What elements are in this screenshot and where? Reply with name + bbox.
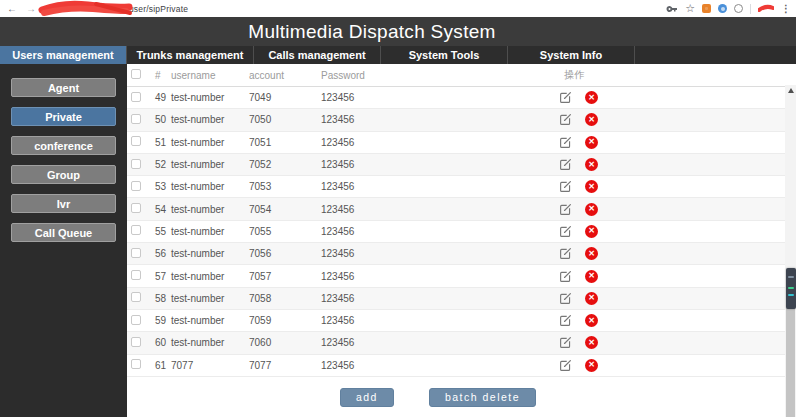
cell-account: 7055 bbox=[249, 226, 321, 237]
cell-account: 7053 bbox=[249, 181, 321, 192]
cell-id: 58 bbox=[155, 293, 171, 304]
col-header-operations: 操作 bbox=[564, 68, 796, 82]
browser-toolbar: ← → ↻ 00/#/user/sipPrivate ☆ ⋮ bbox=[0, 0, 796, 17]
delete-icon[interactable]: ✕ bbox=[585, 292, 598, 305]
cell-username: test-number bbox=[171, 181, 249, 192]
cell-id: 61 bbox=[155, 360, 171, 371]
table-header-row: # username account Password 操作 bbox=[127, 64, 796, 87]
bookmark-star-icon[interactable]: ☆ bbox=[685, 3, 695, 14]
row-checkbox[interactable] bbox=[131, 203, 141, 213]
col-header-id: # bbox=[155, 70, 171, 81]
edit-icon[interactable] bbox=[559, 270, 572, 283]
col-header-username: username bbox=[171, 70, 249, 81]
delete-icon[interactable]: ✕ bbox=[585, 314, 598, 327]
table-row: 53test-number7053123456✕ bbox=[127, 176, 796, 198]
cell-account: 7051 bbox=[249, 137, 321, 148]
key-icon[interactable] bbox=[666, 3, 678, 15]
delete-icon[interactable]: ✕ bbox=[585, 180, 598, 193]
cell-password: 123456 bbox=[321, 92, 564, 103]
delete-icon[interactable]: ✕ bbox=[585, 113, 598, 126]
extension-blue-icon[interactable] bbox=[718, 4, 727, 13]
edit-icon[interactable] bbox=[559, 136, 572, 149]
cell-password: 123456 bbox=[321, 114, 564, 125]
add-button[interactable]: add bbox=[340, 388, 394, 407]
delete-icon[interactable]: ✕ bbox=[585, 247, 598, 260]
cell-id: 50 bbox=[155, 114, 171, 125]
edit-icon[interactable] bbox=[559, 158, 572, 171]
tab-trunks-management[interactable]: Trunks management bbox=[127, 46, 254, 64]
delete-icon[interactable]: ✕ bbox=[585, 91, 598, 104]
table-row: 58test-number7058123456✕ bbox=[127, 288, 796, 310]
row-checkbox[interactable] bbox=[131, 225, 141, 235]
cell-account: 7077 bbox=[249, 360, 321, 371]
cell-username: test-number bbox=[171, 92, 249, 103]
table-row: 54test-number7054123456✕ bbox=[127, 198, 796, 220]
cell-account: 7058 bbox=[249, 293, 321, 304]
tab-users-management[interactable]: Users management bbox=[0, 46, 127, 64]
batch-delete-button[interactable]: batch delete bbox=[429, 388, 536, 407]
row-checkbox[interactable] bbox=[131, 92, 141, 102]
delete-icon[interactable]: ✕ bbox=[585, 203, 598, 216]
edit-icon[interactable] bbox=[559, 91, 572, 104]
row-checkbox[interactable] bbox=[131, 337, 141, 347]
extension-ring-icon[interactable] bbox=[734, 4, 743, 13]
delete-icon[interactable]: ✕ bbox=[585, 270, 598, 283]
forward-icon[interactable]: → bbox=[24, 3, 38, 14]
vertical-scrollbar[interactable] bbox=[785, 85, 796, 417]
table-row: 50test-number7050123456✕ bbox=[127, 109, 796, 131]
sidebar-item-call-queue[interactable]: Call Queue bbox=[11, 223, 116, 242]
select-all-checkbox[interactable] bbox=[131, 69, 141, 79]
extension-orange-icon[interactable] bbox=[702, 4, 711, 13]
cell-id: 49 bbox=[155, 92, 171, 103]
tab-calls-management[interactable]: Calls management bbox=[254, 46, 381, 64]
row-checkbox[interactable] bbox=[131, 136, 141, 146]
cell-username: test-number bbox=[171, 114, 249, 125]
browser-menu-icon[interactable]: ⋮ bbox=[781, 3, 791, 14]
edit-icon[interactable] bbox=[559, 113, 572, 126]
cell-password: 123456 bbox=[321, 159, 564, 170]
edit-icon[interactable] bbox=[559, 292, 572, 305]
edit-icon[interactable] bbox=[559, 359, 572, 372]
row-checkbox[interactable] bbox=[131, 315, 141, 325]
tab-system-info[interactable]: System Info bbox=[508, 46, 635, 64]
sidebar-item-group[interactable]: Group bbox=[11, 165, 116, 184]
tab-system-tools[interactable]: System Tools bbox=[381, 46, 508, 64]
edit-icon[interactable] bbox=[559, 225, 572, 238]
cell-username: test-number bbox=[171, 226, 249, 237]
cell-id: 53 bbox=[155, 181, 171, 192]
sidebar-item-conference[interactable]: conference bbox=[11, 136, 116, 155]
delete-icon[interactable]: ✕ bbox=[585, 225, 598, 238]
edit-icon[interactable] bbox=[559, 314, 572, 327]
delete-icon[interactable]: ✕ bbox=[585, 136, 598, 149]
cell-password: 123456 bbox=[321, 271, 564, 282]
row-checkbox[interactable] bbox=[131, 248, 141, 258]
sidebar-item-agent[interactable]: Agent bbox=[11, 78, 116, 97]
row-checkbox[interactable] bbox=[131, 270, 141, 280]
row-checkbox[interactable] bbox=[131, 114, 141, 124]
sidebar-item-private[interactable]: Private bbox=[11, 107, 116, 126]
cell-id: 55 bbox=[155, 226, 171, 237]
edit-icon[interactable] bbox=[559, 336, 572, 349]
row-checkbox[interactable] bbox=[131, 159, 141, 169]
row-checkbox[interactable] bbox=[131, 359, 141, 369]
cell-username: test-number bbox=[171, 248, 249, 259]
edit-icon[interactable] bbox=[559, 247, 572, 260]
back-icon[interactable]: ← bbox=[5, 3, 19, 14]
delete-icon[interactable]: ✕ bbox=[585, 359, 598, 372]
cell-id: 54 bbox=[155, 204, 171, 215]
edit-icon[interactable] bbox=[559, 203, 572, 216]
side-widget[interactable] bbox=[786, 268, 796, 309]
cell-password: 123456 bbox=[321, 204, 564, 215]
sidebar-item-ivr[interactable]: Ivr bbox=[11, 194, 116, 213]
cell-username: test-number bbox=[171, 159, 249, 170]
row-checkbox[interactable] bbox=[131, 181, 141, 191]
cell-id: 56 bbox=[155, 248, 171, 259]
delete-icon[interactable]: ✕ bbox=[585, 158, 598, 171]
cell-account: 7056 bbox=[249, 248, 321, 259]
row-checkbox[interactable] bbox=[131, 292, 141, 302]
scrollbar-up-arrow-icon[interactable] bbox=[788, 88, 794, 93]
table-row: 57test-number7057123456✕ bbox=[127, 265, 796, 287]
scrollbar-thumb[interactable] bbox=[786, 308, 795, 417]
edit-icon[interactable] bbox=[559, 180, 572, 193]
delete-icon[interactable]: ✕ bbox=[585, 336, 598, 349]
